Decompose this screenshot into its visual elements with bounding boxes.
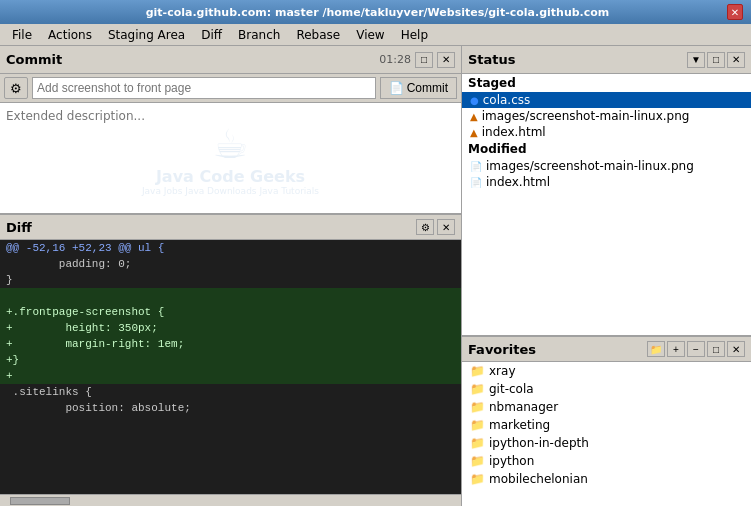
modified-file-icon: 📄: [470, 161, 482, 172]
window-title: git-cola.github.com: master /home/takluy…: [28, 6, 727, 19]
diff-line: position: absolute;: [0, 400, 461, 416]
menu-item-help[interactable]: Help: [393, 26, 436, 44]
commit-message-input[interactable]: [32, 77, 376, 99]
diff-line: }: [0, 272, 461, 288]
diff-content[interactable]: @@ -52,16 +52,23 @@ ul { padding: 0; } +…: [0, 240, 461, 494]
img-file-icon: ▲: [470, 111, 478, 122]
commit-section: Commit 01:28 □ ✕ ⚙ 📄 Commit: [0, 46, 461, 214]
fav-folder-btn[interactable]: 📁: [647, 341, 665, 357]
folder-icon: 📁: [470, 382, 485, 396]
fav-add-btn[interactable]: +: [667, 341, 685, 357]
commit-button-label: Commit: [407, 81, 448, 95]
status-title: Status: [468, 52, 516, 67]
favorites-content: 📁 xray 📁 git-cola 📁 nbmanager 📁 marketin…: [462, 362, 751, 506]
menu-bar: FileActionsStaging AreaDiffBranchRebaseV…: [0, 24, 751, 46]
fav-name: marketing: [489, 418, 550, 432]
status-controls: ▼ □ ✕: [687, 52, 745, 68]
menu-item-actions[interactable]: Actions: [40, 26, 100, 44]
diff-line: @@ -52,16 +52,23 @@ ul {: [0, 240, 461, 256]
favorites-section: Favorites 📁 + − □ ✕ 📁 xray 📁 git-cola: [462, 336, 751, 506]
diff-line: .sitelinks {: [0, 384, 461, 400]
status-settings-btn[interactable]: □: [707, 52, 725, 68]
favorites-title: Favorites: [468, 342, 536, 357]
scrollbar-track: [0, 496, 461, 506]
commit-time: 01:28: [379, 53, 411, 66]
horizontal-scrollbar[interactable]: [0, 494, 461, 506]
diff-section: Diff ⚙ ✕ @@ -52,16 +52,23 @@ ul { paddin…: [0, 214, 461, 506]
diff-line: +.frontpage-screenshot {: [0, 304, 461, 320]
status-file-screenshot-staged[interactable]: ▲ images/screenshot-main-linux.png: [462, 108, 751, 124]
commit-toolbar: ⚙ 📄 Commit: [0, 74, 461, 103]
status-file-screenshot-modified[interactable]: 📄 images/screenshot-main-linux.png: [462, 158, 751, 174]
commit-close-btn[interactable]: ✕: [437, 52, 455, 68]
left-panel: Commit 01:28 □ ✕ ⚙ 📄 Commit: [0, 46, 462, 506]
fav-name: xray: [489, 364, 516, 378]
fav-item-marketing[interactable]: 📁 marketing: [462, 416, 751, 434]
commit-header-right: 01:28 □ ✕: [379, 52, 455, 68]
status-file-index-modified[interactable]: 📄 index.html: [462, 174, 751, 190]
commit-settings-btn[interactable]: □: [415, 52, 433, 68]
fav-item-xray[interactable]: 📁 xray: [462, 362, 751, 380]
menu-item-branch[interactable]: Branch: [230, 26, 288, 44]
fav-item-ipython-in-depth[interactable]: 📁 ipython-in-depth: [462, 434, 751, 452]
folder-icon: 📁: [470, 472, 485, 486]
fav-item-ipython[interactable]: 📁 ipython: [462, 452, 751, 470]
file-name: index.html: [482, 125, 546, 139]
commit-description-area: ☕ Java Code Geeks Java Jobs Java Downloa…: [0, 103, 461, 213]
file-name: images/screenshot-main-linux.png: [482, 109, 690, 123]
status-section: Status ▼ □ ✕ Staged ● cola.css ▲ images/…: [462, 46, 751, 336]
diff-line: padding: 0;: [0, 256, 461, 272]
html-file-icon: ▲: [470, 127, 478, 138]
folder-icon: 📁: [470, 364, 485, 378]
diff-wrapper: @@ -52,16 +52,23 @@ ul { padding: 0; } +…: [0, 240, 461, 494]
status-file-cola-css[interactable]: ● cola.css: [462, 92, 751, 108]
menu-item-staging area[interactable]: Staging Area: [100, 26, 193, 44]
status-content: Staged ● cola.css ▲ images/screenshot-ma…: [462, 74, 751, 335]
menu-item-diff[interactable]: Diff: [193, 26, 230, 44]
close-button[interactable]: ✕: [727, 4, 743, 20]
menu-item-file[interactable]: File: [4, 26, 40, 44]
folder-icon: 📁: [470, 418, 485, 432]
modified-label: Modified: [462, 140, 751, 158]
favorites-header: Favorites 📁 + − □ ✕: [462, 336, 751, 362]
commit-header: Commit 01:28 □ ✕: [0, 46, 461, 74]
folder-icon: 📁: [470, 400, 485, 414]
commit-button[interactable]: 📄 Commit: [380, 77, 457, 99]
file-name: images/screenshot-main-linux.png: [486, 159, 694, 173]
modified-html-icon: 📄: [470, 177, 482, 188]
commit-gear-button[interactable]: ⚙: [4, 77, 28, 99]
status-filter-btn[interactable]: ▼: [687, 52, 705, 68]
commit-title: Commit: [6, 52, 62, 67]
fav-item-mobilechelonian[interactable]: 📁 mobilechelonian: [462, 470, 751, 488]
fav-name: git-cola: [489, 382, 534, 396]
fav-name: nbmanager: [489, 400, 558, 414]
folder-icon: 📁: [470, 436, 485, 450]
diff-title: Diff: [6, 220, 32, 235]
commit-description-input[interactable]: [0, 103, 461, 213]
menu-item-view[interactable]: View: [348, 26, 392, 44]
diff-close-btn[interactable]: ✕: [437, 219, 455, 235]
commit-header-left: Commit: [6, 52, 62, 67]
status-close-btn[interactable]: ✕: [727, 52, 745, 68]
main-container: Commit 01:28 □ ✕ ⚙ 📄 Commit: [0, 46, 751, 506]
css-file-icon: ●: [470, 95, 479, 106]
diff-controls: ⚙ ✕: [416, 219, 455, 235]
diff-line: + margin-right: 1em;: [0, 336, 461, 352]
title-bar: git-cola.github.com: master /home/takluy…: [0, 0, 751, 24]
fav-item-git-cola[interactable]: 📁 git-cola: [462, 380, 751, 398]
folder-icon: 📁: [470, 454, 485, 468]
diff-header: Diff ⚙ ✕: [0, 214, 461, 240]
menu-item-rebase[interactable]: Rebase: [288, 26, 348, 44]
scrollbar-thumb: [10, 497, 70, 505]
fav-name: ipython: [489, 454, 534, 468]
fav-name: mobilechelonian: [489, 472, 588, 486]
fav-remove-btn[interactable]: −: [687, 341, 705, 357]
status-header: Status ▼ □ ✕: [462, 46, 751, 74]
fav-close-btn[interactable]: ✕: [727, 341, 745, 357]
diff-line: + height: 350px;: [0, 320, 461, 336]
fav-settings-btn[interactable]: □: [707, 341, 725, 357]
status-file-index-staged[interactable]: ▲ index.html: [462, 124, 751, 140]
diff-gear-btn[interactable]: ⚙: [416, 219, 434, 235]
fav-item-nbmanager[interactable]: 📁 nbmanager: [462, 398, 751, 416]
diff-line: [0, 288, 461, 304]
